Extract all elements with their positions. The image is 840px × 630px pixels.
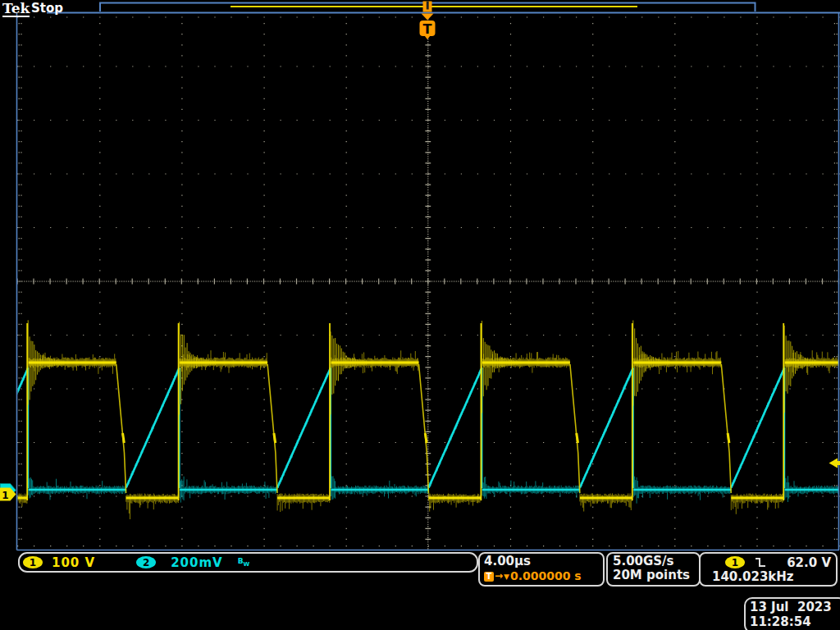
falling-edge-icon <box>755 557 766 568</box>
ch2-fuzz <box>13 365 840 503</box>
trigger-clamp-slot <box>427 2 429 10</box>
trigger-position-readout: T → ▼ 0.000000 s <box>484 568 603 584</box>
ch1-scale[interactable]: 100 V <box>52 555 95 570</box>
channel-readout-box: 1 100 V 2 200mV BW <box>18 552 478 573</box>
ch2-edges <box>28 368 784 489</box>
ch1-core <box>17 363 840 498</box>
trigger-arrow-down-icon <box>422 14 434 21</box>
ch1-marker-label: 1 <box>2 490 8 501</box>
trigger-arrow-icon: → <box>495 569 503 583</box>
acquisition-readout-box: 5.00GS/s 20M points <box>606 552 701 587</box>
ch1-rising-edges <box>27 323 783 500</box>
date: 13 Jul 2023 <box>750 600 840 614</box>
graticule <box>17 13 840 550</box>
ch2-badge[interactable]: 2 <box>136 556 156 568</box>
trigger-time: 0.000000 s <box>510 569 582 583</box>
time: 11:28:54 <box>750 614 840 629</box>
ch2-bandwidth-limit-icon: BW <box>238 557 250 568</box>
trigger-t-icon: T <box>484 572 494 582</box>
record-length: 20M points <box>613 568 699 582</box>
trigger-t-label: T <box>423 21 432 37</box>
trigger-source-badge: 1 <box>725 556 745 568</box>
trigger-level-arrow-icon <box>829 459 838 468</box>
graticule-frame: T 2 1 <box>0 2 840 550</box>
ch1-falling-edges <box>116 364 732 493</box>
horizontal-readout-box: 4.00µs T → ▼ 0.000000 s <box>478 552 605 587</box>
tek-logo: Tek <box>2 1 30 17</box>
ch1-badge[interactable]: 1 <box>23 556 43 568</box>
timebase[interactable]: 4.00µs <box>484 555 603 568</box>
trigger-caret-icon: ▼ <box>504 570 509 584</box>
datetime-box: 13 Jul 2023 11:28:54 <box>744 597 840 630</box>
trigger-readout-box: 1 62.0 V 140.023kHz <box>699 552 838 587</box>
ch2-scale[interactable]: 200mV <box>171 555 223 570</box>
ch1-ringing <box>28 320 820 414</box>
acquisition-status: Stop <box>31 1 63 16</box>
scope-display: T 2 1 <box>0 0 840 630</box>
trigger-level: 62.0 V <box>787 555 831 570</box>
trigger-frequency: 140.023kHz <box>712 569 836 584</box>
ch2-core <box>0 368 840 491</box>
sample-rate: 5.00GS/s <box>613 555 699 568</box>
